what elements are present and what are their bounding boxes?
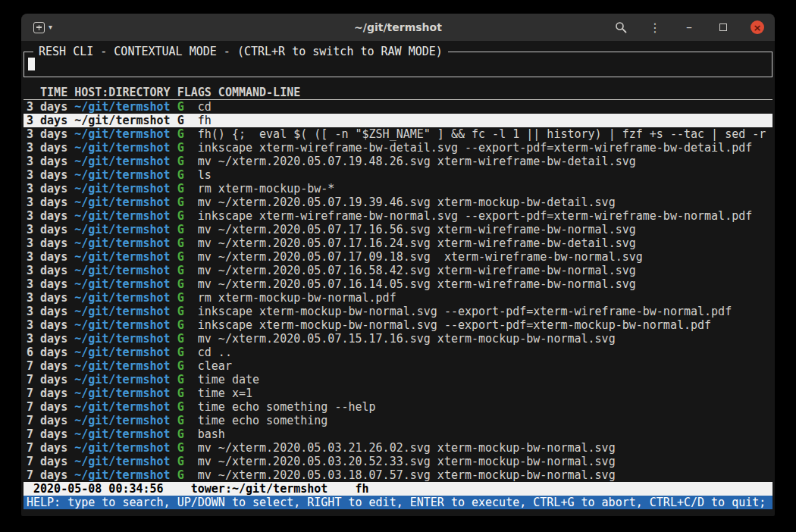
history-time: 3 days <box>27 305 67 318</box>
history-row[interactable]: 7 days ~/git/termshot G mv ~/xterm.2020.… <box>24 455 772 468</box>
close-icon: × <box>754 22 762 33</box>
history-command: mv ~/xterm.2020.05.07.15.17.16.svg xterm… <box>198 332 616 346</box>
history-time: 3 days <box>27 127 67 141</box>
history-time: 7 days <box>27 427 67 441</box>
history-row[interactable]: 3 days ~/git/termshot G mv ~/xterm.2020.… <box>24 264 772 277</box>
history-host-directory: ~/git/termshot <box>74 155 170 168</box>
history-row[interactable]: 3 days ~/git/termshot G inkscape xterm-m… <box>24 318 772 332</box>
history-host-directory: ~/git/termshot <box>74 386 170 400</box>
history-time: 7 days <box>27 373 67 386</box>
history-flags: G <box>177 264 184 277</box>
history-flags: G <box>177 291 184 305</box>
history-host-directory: ~/git/termshot <box>74 168 170 182</box>
history-host-directory: ~/git/termshot <box>74 332 170 346</box>
history-time: 7 days <box>27 386 67 400</box>
history-flags: G <box>177 168 184 182</box>
history-time: 3 days <box>27 155 67 168</box>
history-row[interactable]: 3 days ~/git/termshot G mv ~/xterm.2020.… <box>24 277 772 291</box>
history-host-directory: ~/git/termshot <box>74 141 170 155</box>
history-time: 3 days <box>27 318 67 332</box>
history-command: time date <box>198 373 259 386</box>
close-button[interactable]: × <box>751 20 764 34</box>
titlebar[interactable]: ▾ ~/git/termshot ⋮ – × <box>21 14 775 41</box>
history-time: 3 days <box>27 291 67 305</box>
search-icon[interactable] <box>614 20 628 34</box>
history-host-directory: ~/git/termshot <box>74 427 170 441</box>
history-row[interactable]: 3 days ~/git/termshot G mv ~/xterm.2020.… <box>24 250 772 264</box>
history-row[interactable]: 7 days ~/git/termshot G clear <box>24 359 772 373</box>
history-command: bash <box>198 427 225 441</box>
restore-button[interactable] <box>716 20 730 34</box>
history-flags: G <box>177 468 184 482</box>
history-header: TIME HOST:DIRECTORY FLAGS COMMAND-LINE <box>24 86 772 100</box>
history-row[interactable]: 7 days ~/git/termshot G mv ~/xterm.2020.… <box>24 441 772 455</box>
history-flags: G <box>177 209 184 223</box>
history-command: fh() {; eval $( ([ -n "$ZSH_NAME" ] && f… <box>198 127 766 141</box>
new-tab-icon <box>33 22 45 33</box>
history-command: ls <box>198 168 212 182</box>
history-time: 7 days <box>27 455 67 468</box>
history-flags: G <box>177 318 184 332</box>
history-row[interactable]: 3 days ~/git/termshot G mv ~/xterm.2020.… <box>24 223 772 236</box>
history-command: rm xterm-mockup-bw-* <box>198 182 335 196</box>
history-command: mv ~/xterm.2020.05.03.20.52.33.svg xterm… <box>198 455 616 468</box>
history-row[interactable]: 7 days ~/git/termshot G time echo someth… <box>24 400 772 414</box>
history-command: mv ~/xterm.2020.05.07.17.09.18.svg xterm… <box>198 250 643 264</box>
history-flags: G <box>177 359 184 373</box>
history-host-directory: ~/git/termshot <box>74 100 170 114</box>
history-row[interactable]: 7 days ~/git/termshot G mv ~/xterm.2020.… <box>24 468 772 482</box>
history-row[interactable]: 3 days ~/git/termshot G cd <box>24 100 772 114</box>
history-row[interactable]: 7 days ~/git/termshot G time date <box>24 373 772 386</box>
history-command: inkscape xterm-wireframe-bw-detail.svg -… <box>198 141 753 155</box>
history-command: inkscape xterm-mockup-bw-normal.svg --ex… <box>198 305 732 318</box>
history-time: 3 days <box>27 223 67 236</box>
history-row[interactable]: 3 days ~/git/termshot G inkscape xterm-m… <box>24 305 772 318</box>
history-command: rm xterm-mockup-bw-normal.pdf <box>198 291 396 305</box>
history-host-directory: ~/git/termshot <box>74 291 170 305</box>
history-host-directory: ~/git/termshot <box>74 236 170 250</box>
history-host-directory: ~/git/termshot <box>74 264 170 277</box>
history-time: 3 days <box>27 182 67 196</box>
kebab-menu-icon[interactable]: ⋮ <box>648 20 662 34</box>
history-row[interactable]: 3 days ~/git/termshot G mv ~/xterm.2020.… <box>24 155 772 168</box>
history-row[interactable]: 3 days ~/git/termshot G inkscape xterm-w… <box>24 141 772 155</box>
history-time: 3 days <box>27 196 67 209</box>
history-flags: G <box>177 236 184 250</box>
terminal-window: ▾ ~/git/termshot ⋮ – × RESH CLI - CONTEX… <box>21 14 775 516</box>
history-row[interactable]: 6 days ~/git/termshot G cd .. <box>24 346 772 359</box>
history-command: time x=1 <box>198 386 252 400</box>
resh-search-box[interactable]: RESH CLI - CONTEXTUAL MODE - (CTRL+R to … <box>24 52 772 77</box>
status-line: 2020-05-08 00:34:56 tower:~/git/termshot… <box>24 482 772 496</box>
history-command: cd <box>198 100 212 114</box>
history-row[interactable]: 3 days ~/git/termshot G fh <box>24 114 772 127</box>
history-row[interactable]: 7 days ~/git/termshot G time x=1 <box>24 386 772 400</box>
history-flags: G <box>177 455 184 468</box>
history-row[interactable]: 7 days ~/git/termshot G bash <box>24 427 772 441</box>
terminal-content[interactable]: RESH CLI - CONTEXTUAL MODE - (CTRL+R to … <box>21 41 775 516</box>
history-row[interactable]: 3 days ~/git/termshot G ls <box>24 168 772 182</box>
history-flags: G <box>177 155 184 168</box>
history-row[interactable]: 3 days ~/git/termshot G mv ~/xterm.2020.… <box>24 196 772 209</box>
history-row[interactable]: 7 days ~/git/termshot G time echo someth… <box>24 414 772 427</box>
history-row[interactable]: 3 days ~/git/termshot G inkscape xterm-w… <box>24 209 772 223</box>
history-flags: G <box>177 250 184 264</box>
history-row[interactable]: 3 days ~/git/termshot G fh() {; eval $( … <box>24 127 772 141</box>
history-command: mv ~/xterm.2020.05.07.17.16.56.svg xterm… <box>198 223 636 236</box>
history-time: 3 days <box>27 264 67 277</box>
history-row[interactable]: 3 days ~/git/termshot G rm xterm-mockup-… <box>24 182 772 196</box>
history-command: fh <box>198 114 212 127</box>
help-bar: HELP: type to search, UP/DOWN to select,… <box>24 496 772 509</box>
history-host-directory: ~/git/termshot <box>74 414 170 427</box>
history-host-directory: ~/git/termshot <box>74 277 170 291</box>
history-host-directory: ~/git/termshot <box>74 250 170 264</box>
history-row[interactable]: 3 days ~/git/termshot G rm xterm-mockup-… <box>24 291 772 305</box>
history-host-directory: ~/git/termshot <box>74 441 170 455</box>
history-host-directory: ~/git/termshot <box>74 223 170 236</box>
history-flags: G <box>177 305 184 318</box>
new-tab-button[interactable]: ▾ <box>30 20 55 35</box>
history-row[interactable]: 3 days ~/git/termshot G mv ~/xterm.2020.… <box>24 332 772 346</box>
history-time: 7 days <box>27 441 67 455</box>
history-row[interactable]: 3 days ~/git/termshot G mv ~/xterm.2020.… <box>24 236 772 250</box>
minimize-button[interactable]: – <box>682 20 696 34</box>
history-host-directory: ~/git/termshot <box>74 318 170 332</box>
